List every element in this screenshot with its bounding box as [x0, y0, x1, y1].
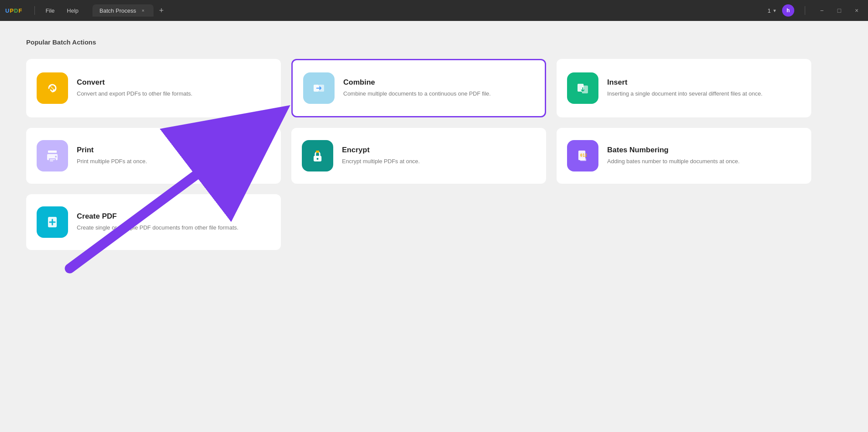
action-card-encrypt[interactable]: Encrypt Encrypt multiple PDFs at once. — [291, 128, 546, 184]
encrypt-desc: Encrypt multiple PDFs at once. — [342, 157, 536, 166]
create-pdf-info: Create PDF Create single or multiple PDF… — [77, 212, 270, 232]
action-card-insert[interactable]: Insert Inserting a single document into … — [557, 59, 811, 117]
titlebar-right: 1 ▼ h − □ × — [768, 4, 863, 17]
bates-info: Bates Numbering Adding bates number to m… — [607, 146, 801, 166]
insert-desc: Inserting a single document into several… — [607, 89, 801, 98]
titlebar-divider-2 — [805, 6, 805, 15]
encrypt-info: Encrypt Encrypt multiple PDFs at once. — [342, 146, 536, 166]
bates-icon: 012 — [567, 140, 598, 171]
create-pdf-icon — [37, 206, 68, 238]
titlebar-divider — [34, 6, 35, 15]
print-icon — [37, 140, 68, 171]
combine-desc: Combine multiple documents to a continuo… — [343, 89, 534, 98]
svg-rect-8 — [48, 151, 57, 153]
svg-rect-10 — [49, 158, 56, 162]
avatar[interactable]: h — [782, 4, 794, 17]
create-pdf-desc: Create single or multiple PDF documents … — [77, 223, 270, 232]
logo-u: U — [5, 7, 10, 14]
action-card-print[interactable]: Print Print multiple PDFs at once. — [26, 128, 281, 184]
encrypt-name: Encrypt — [342, 146, 536, 154]
menu-file[interactable]: File — [40, 6, 60, 16]
maximize-button[interactable]: □ — [833, 4, 845, 17]
combine-icon — [303, 72, 335, 104]
print-desc: Print multiple PDFs at once. — [77, 157, 270, 166]
svg-rect-16 — [317, 158, 318, 160]
app-logo: UPDF — [5, 7, 22, 14]
close-button[interactable]: × — [851, 4, 863, 17]
combine-name: Combine — [343, 78, 534, 87]
minimize-button[interactable]: − — [816, 4, 828, 17]
page-number: 1 — [768, 7, 771, 14]
tab-bar: Batch Process × + — [92, 4, 768, 17]
action-card-combine[interactable]: Combine Combine multiple documents to a … — [291, 59, 546, 117]
combine-info: Combine Combine multiple documents to a … — [343, 78, 534, 98]
convert-name: Convert — [77, 78, 270, 87]
page-nav: 1 ▼ — [768, 7, 777, 14]
print-info: Print Print multiple PDFs at once. — [77, 146, 270, 166]
action-card-bates[interactable]: 012 Bates Numbering Adding bates number … — [557, 128, 811, 184]
logo-p: P — [10, 7, 14, 14]
svg-rect-11 — [50, 159, 55, 160]
action-card-convert[interactable]: Convert Convert and export PDFs to other… — [26, 59, 281, 117]
bates-name: Bates Numbering — [607, 146, 801, 154]
insert-icon — [567, 72, 598, 104]
print-name: Print — [77, 146, 270, 154]
logo-f: F — [18, 7, 22, 14]
convert-icon — [37, 72, 68, 104]
tab-batch-process[interactable]: Batch Process × — [92, 4, 154, 17]
insert-info: Insert Inserting a single document into … — [607, 78, 801, 98]
action-card-create-pdf[interactable]: Create PDF Create single or multiple PDF… — [26, 194, 281, 250]
svg-point-13 — [55, 156, 57, 158]
svg-rect-20 — [580, 158, 586, 161]
create-pdf-name: Create PDF — [77, 212, 270, 221]
actions-grid: Convert Convert and export PDFs to other… — [26, 59, 811, 250]
svg-rect-17 — [316, 151, 319, 153]
page-nav-chevron: ▼ — [772, 8, 777, 13]
titlebar: UPDF File Help Batch Process × + 1 ▼ h −… — [0, 0, 868, 21]
svg-rect-12 — [50, 161, 53, 161]
tab-add-button[interactable]: + — [155, 4, 167, 17]
menu-help[interactable]: Help — [62, 6, 84, 16]
tab-close-button[interactable]: × — [140, 7, 147, 14]
titlebar-menu: File Help — [40, 6, 84, 16]
logo-d: D — [14, 7, 18, 14]
bates-desc: Adding bates number to multiple document… — [607, 157, 801, 166]
main-content: Popular Batch Actions Convert Convert an… — [0, 21, 868, 432]
insert-name: Insert — [607, 78, 801, 87]
svg-text:012: 012 — [580, 153, 587, 158]
tab-label: Batch Process — [99, 7, 136, 14]
encrypt-icon — [302, 140, 333, 171]
convert-desc: Convert and export PDFs to other file fo… — [77, 89, 270, 98]
convert-info: Convert Convert and export PDFs to other… — [77, 78, 270, 98]
section-title: Popular Batch Actions — [26, 38, 842, 46]
